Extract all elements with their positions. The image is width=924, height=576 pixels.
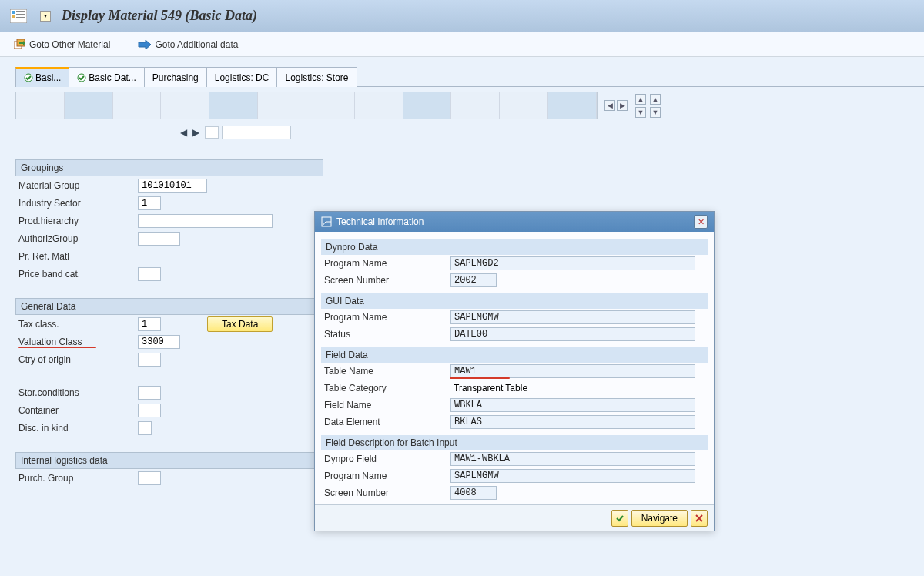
tax-data-button[interactable]: Tax Data <box>207 316 273 332</box>
container-row: Container <box>15 401 323 419</box>
tab-label: Purchasing <box>152 72 199 83</box>
nav-row: ◀ ▶ <box>177 126 924 139</box>
table-category-row: Table Category Transparent Table <box>321 380 708 397</box>
data-element-field[interactable]: BKLAS <box>450 415 695 429</box>
tab-check-icon <box>24 73 33 82</box>
batch-program-name-field[interactable]: SAPLMGMW <box>450 469 695 483</box>
gui-status-row: Status DATE00 <box>321 326 708 343</box>
dialog-body: Dynpro Data Program Name SAPLMGD2 Screen… <box>315 232 714 504</box>
authoriz-group-row: AuthorizGroup <box>15 229 323 247</box>
tab-basic-data-1[interactable]: Basi... <box>15 67 69 87</box>
prod-hierarchy-row: Prod.hierarchy <box>15 212 323 229</box>
data-element-label: Data Element <box>321 417 450 427</box>
dynpro-screen-number-field[interactable]: 2002 <box>450 273 497 287</box>
tab-check-icon <box>77 73 86 82</box>
dynpro-field-label: Dynpro Field <box>321 454 450 464</box>
gui-status-field[interactable]: DATE00 <box>450 327 695 341</box>
nav-input[interactable] <box>222 126 291 139</box>
confirm-button[interactable] <box>611 510 628 527</box>
tab-purchasing[interactable]: Purchasing <box>144 67 207 87</box>
dynpro-program-name-field[interactable]: SAPLMGD2 <box>450 256 695 270</box>
ruler-row: ◀ ▶ ▲ ▼ ▲ ▼ <box>15 92 924 119</box>
goto-other-material-button[interactable]: Goto Other Material <box>8 38 116 52</box>
material-group-row: Material Group 101010101 <box>15 176 323 194</box>
technical-information-dialog: Technical Information ✕ Dynpro Data Prog… <box>314 211 715 531</box>
tab-logistics-store[interactable]: Logistics: Store <box>276 67 357 87</box>
stor-conditions-row: Stor.conditions <box>15 383 323 401</box>
svg-rect-1 <box>12 11 15 14</box>
industry-sector-label: Industry Sector <box>18 198 138 209</box>
tax-class-field[interactable]: 1 <box>138 317 161 331</box>
ctry-origin-field[interactable] <box>138 353 161 367</box>
table-category-value: Transparent Table <box>450 383 527 393</box>
table-name-field[interactable]: MAW1 <box>450 364 695 378</box>
price-band-cat-field[interactable] <box>138 267 161 281</box>
batch-screen-number-field[interactable]: 4008 <box>450 486 497 500</box>
title-dropdown-icon[interactable]: ▾ <box>40 11 51 22</box>
dynpro-field-field[interactable]: MAW1-WBKLA <box>450 452 695 466</box>
column-ruler <box>15 92 598 119</box>
ctry-origin-row: Ctry of origin <box>15 350 323 368</box>
scroll-widgets: ◀ ▶ <box>604 99 628 112</box>
purch-group-label: Purch. Group <box>18 473 138 484</box>
goto-other-material-label: Goto Other Material <box>29 39 110 50</box>
tab-label: Basi... <box>35 72 61 83</box>
groupings-header: Groupings <box>15 159 323 176</box>
material-group-field[interactable]: 101010101 <box>138 179 207 193</box>
container-field[interactable] <box>138 404 161 417</box>
batch-header: Field Description for Batch Input <box>321 435 708 450</box>
tab-label: Logistics: DC <box>215 72 270 83</box>
scroll-page-up-button[interactable]: ▲ <box>650 94 661 105</box>
goto-additional-data-button[interactable]: Goto Additional data <box>132 38 244 52</box>
tab-basic-data-2[interactable]: Basic Dat... <box>69 67 144 87</box>
valuation-class-row: Valuation Class 3300 <box>15 333 323 350</box>
nav-slot[interactable] <box>205 126 219 139</box>
dynpro-data-header: Dynpro Data <box>321 239 708 255</box>
scroll-left-button[interactable]: ◀ <box>604 100 615 111</box>
svg-rect-5 <box>16 17 25 18</box>
cancel-button[interactable] <box>691 510 708 527</box>
table-category-label: Table Category <box>321 383 450 393</box>
industry-sector-field[interactable]: 1 <box>138 196 161 210</box>
svg-rect-2 <box>12 15 15 18</box>
purch-group-field[interactable] <box>138 471 161 485</box>
tax-class-row: Tax class. 1 Tax Data <box>15 315 323 333</box>
gui-program-name-field[interactable]: SAPLMGMW <box>450 310 695 324</box>
navigate-button[interactable]: Navigate <box>631 510 688 527</box>
gui-program-name-row: Program Name SAPLMGMW <box>321 309 708 326</box>
tab-label: Logistics: Store <box>285 72 348 83</box>
cancel-icon <box>695 514 704 523</box>
scroll-down-button[interactable]: ▼ <box>635 107 646 118</box>
price-band-cat-label: Price band cat. <box>18 269 138 280</box>
authoriz-group-field[interactable] <box>138 232 180 246</box>
app-icon <box>8 8 29 25</box>
status-label: Status <box>321 329 450 340</box>
general-data-header: General Data <box>15 298 323 315</box>
svg-rect-3 <box>16 11 25 12</box>
field-data-header: Field Data <box>321 347 708 363</box>
stor-conditions-field[interactable] <box>138 386 161 400</box>
window-title: Display Material 549 (Basic Data) <box>62 8 257 24</box>
disc-in-kind-field[interactable] <box>138 421 152 435</box>
gui-data-header: GUI Data <box>321 293 708 309</box>
container-label: Container <box>18 405 138 416</box>
dynpro-field-row: Dynpro Field MAW1-WBKLA <box>321 450 708 467</box>
tab-logistics-dc[interactable]: Logistics: DC <box>206 67 278 87</box>
scroll-right-button[interactable]: ▶ <box>617 100 628 111</box>
scroll-up-button[interactable]: ▲ <box>635 94 646 105</box>
app-toolbar: Goto Other Material Goto Additional data <box>0 32 924 57</box>
screen-number-label: Screen Number <box>321 275 450 286</box>
valuation-class-label: Valuation Class <box>18 337 138 347</box>
program-name-label: Program Name <box>321 471 450 481</box>
batch-screen-number-row: Screen Number 4008 <box>321 484 708 501</box>
prod-hierarchy-field[interactable] <box>138 214 273 228</box>
dialog-header-icon <box>321 216 332 227</box>
prev-record-button[interactable]: ◀ <box>178 126 189 139</box>
field-name-label: Field Name <box>321 400 450 410</box>
valuation-class-field[interactable]: 3300 <box>138 335 180 349</box>
field-name-row: Field Name WBKLA <box>321 397 708 414</box>
field-name-field[interactable]: WBKLA <box>450 398 695 412</box>
dialog-close-button[interactable]: ✕ <box>694 215 708 229</box>
scroll-page-down-button[interactable]: ▼ <box>650 107 661 118</box>
next-record-button[interactable]: ▶ <box>190 126 201 139</box>
